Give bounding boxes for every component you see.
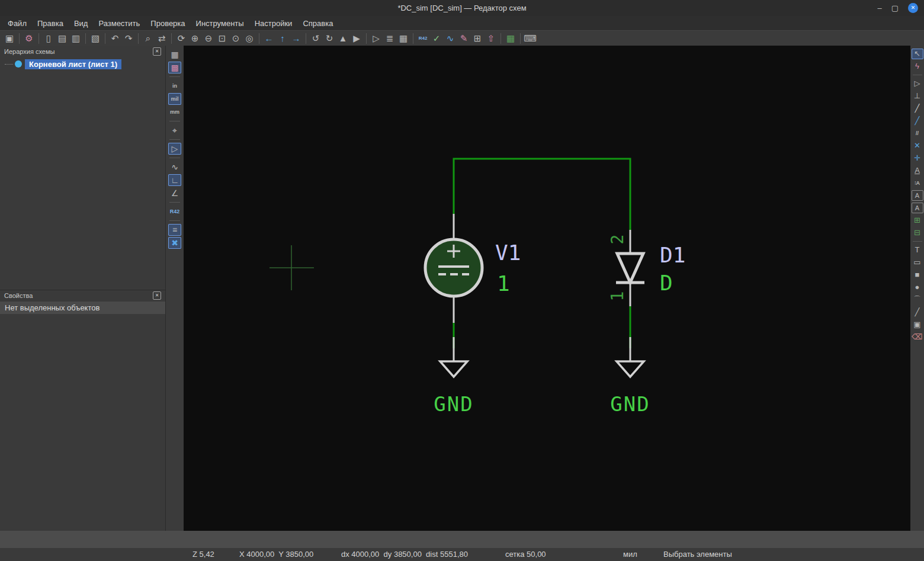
nav-up-button[interactable]: ↑	[276, 32, 289, 45]
gnd-symbol-right[interactable]: GND	[610, 337, 650, 416]
line-tool[interactable]: ╱	[912, 307, 923, 318]
units-mils-button[interactable]: mil	[168, 93, 181, 105]
footprint-editor-button[interactable]: ▦	[397, 32, 410, 45]
v1-reference[interactable]: V1	[495, 241, 521, 265]
hierarchical-label-tool[interactable]: A	[912, 203, 923, 213]
schematic-setup-button[interactable]: ⚙	[23, 32, 36, 45]
junction-tool[interactable]: ✛	[912, 153, 923, 164]
status-zoom: Z 5,42	[192, 550, 214, 559]
menu-file[interactable]: Файл	[2, 19, 32, 28]
zoom-selection-button[interactable]: ◎	[243, 32, 256, 45]
wire-tool[interactable]: ╱	[912, 103, 923, 114]
global-label-tool[interactable]: A	[912, 190, 923, 201]
zoom-objects-button[interactable]: ⊙	[229, 32, 242, 45]
gnd-right-label[interactable]: GND	[610, 392, 650, 416]
d1-value[interactable]: D	[660, 271, 673, 295]
print-button[interactable]: ▤	[56, 32, 69, 45]
hierarchy-close-icon[interactable]: ✕	[153, 47, 161, 56]
symbol-editor-button[interactable]: ▷	[370, 32, 383, 45]
cursor-shape-button[interactable]: ⌖	[168, 124, 181, 136]
component-v1[interactable]: V1 1	[425, 214, 521, 323]
sheet-tool[interactable]: ⊞	[912, 215, 923, 226]
zoom-in-button[interactable]: ⊕	[188, 32, 201, 45]
image-tool[interactable]: ▣	[912, 319, 923, 330]
d1-reference[interactable]: D1	[660, 243, 685, 267]
save-button[interactable]: ▣	[3, 32, 16, 45]
minimize-button[interactable]: –	[877, 3, 881, 13]
undo-button[interactable]: ↶	[108, 32, 121, 45]
sheet-pin-tool[interactable]: ⊟	[912, 227, 923, 238]
zoom-out-button[interactable]: ⊖	[202, 32, 215, 45]
plot-button[interactable]: ▥	[69, 32, 82, 45]
find-replace-button[interactable]: ⇄	[155, 32, 168, 45]
grid-override-button[interactable]: ▩	[168, 62, 181, 73]
find-button[interactable]: ⌕	[142, 32, 155, 45]
assign-footprints-button[interactable]: ✎	[457, 32, 470, 45]
menu-tools[interactable]: Инструменты	[191, 19, 249, 28]
grid-toggle-button[interactable]: ▦	[168, 49, 181, 60]
properties-panel-title: Свойства	[4, 292, 33, 299]
redo-button[interactable]: ↷	[122, 32, 135, 45]
menu-edit[interactable]: Правка	[32, 19, 69, 28]
units-inches-button[interactable]: in	[168, 80, 181, 92]
menu-view[interactable]: Вид	[69, 19, 94, 28]
root-sheet-label[interactable]: Корневой лист (лист 1)	[25, 59, 121, 69]
properties-close-icon[interactable]: ✕	[153, 291, 161, 300]
arc-tool[interactable]: ⌒	[912, 294, 923, 305]
auto-annotate-button[interactable]: R42	[168, 206, 181, 217]
symbol-fields-button[interactable]: ⊞	[471, 32, 484, 45]
nav-back-button[interactable]: ←	[262, 32, 275, 45]
menu-preferences[interactable]: Настройки	[249, 19, 298, 28]
delete-tool[interactable]: ⌫	[912, 332, 923, 342]
select-tool[interactable]: ↖	[912, 49, 923, 59]
library-browser-button[interactable]: ≣	[383, 32, 396, 45]
hidden-pins-button[interactable]: ▷	[168, 143, 181, 155]
schematic-canvas[interactable]: V1 1 2 1 D1 D GND	[184, 46, 910, 531]
zoom-fit-button[interactable]: ⊡	[216, 32, 229, 45]
circle-tool[interactable]: ●	[912, 282, 923, 293]
bus-tool[interactable]: ╱	[912, 116, 923, 126]
units-mm-button[interactable]: mm	[168, 106, 181, 118]
refresh-button[interactable]: ⟳	[175, 32, 188, 45]
paste-button[interactable]: ▧	[89, 32, 102, 45]
pcb-editor-button[interactable]: ▦	[504, 32, 517, 45]
net-label-tool[interactable]: A	[912, 165, 923, 176]
page-settings-button[interactable]: ▯	[42, 32, 55, 45]
text-tool[interactable]: T	[912, 245, 923, 255]
bom-button[interactable]: ⇧	[485, 32, 498, 45]
bus-entry-tool[interactable]: //	[912, 128, 923, 139]
search-panel-button[interactable]: ✖	[168, 237, 181, 249]
rotate-cw-button[interactable]: ↻	[323, 32, 336, 45]
close-button[interactable]: ✕	[908, 3, 918, 13]
place-power-tool[interactable]: ⊥	[912, 91, 923, 101]
erc-button[interactable]: ✓	[430, 32, 443, 45]
main-toolbar: ▣⚙▯▤▥▧↶↷⌕⇄⟳⊕⊖⊡⊙◎←↑→↺↻▲▶▷≣▦R42✓∿✎⊞⇧▦⌨	[0, 30, 924, 46]
console-button[interactable]: ⌨	[524, 32, 537, 45]
no-connect-tool[interactable]: ✕	[912, 140, 923, 151]
menu-place[interactable]: Разместить	[93, 19, 145, 28]
hierarchy-root-item[interactable]: Корневой лист (лист 1)	[0, 57, 165, 70]
mirror-horizontal-button[interactable]: ▶	[350, 32, 363, 45]
simulator-button[interactable]: ∿	[444, 32, 457, 45]
highlight-net-tool[interactable]: ϟ	[912, 61, 923, 72]
annotate-button[interactable]: R42	[416, 32, 429, 45]
textbox-tool[interactable]: ▭	[912, 257, 923, 268]
place-symbol-tool[interactable]: ▷	[912, 78, 923, 89]
wires-any-angle-button[interactable]: ∿	[168, 161, 181, 173]
nav-forward-button[interactable]: →	[290, 32, 303, 45]
wires-hv-button[interactable]: ∟	[168, 174, 181, 186]
rectangle-tool[interactable]: ■	[912, 270, 923, 280]
menu-inspect[interactable]: Проверка	[145, 19, 190, 28]
rotate-ccw-button[interactable]: ↺	[309, 32, 322, 45]
mirror-vertical-button[interactable]: ▲	[336, 32, 349, 45]
wires-45-button[interactable]: ∠	[168, 187, 181, 199]
wires[interactable]	[454, 159, 630, 348]
gnd-left-label[interactable]: GND	[434, 392, 473, 416]
component-d1[interactable]: 2 1 D1 D	[608, 230, 685, 306]
maximize-button[interactable]: ▢	[891, 3, 899, 13]
gnd-symbol-left[interactable]: GND	[434, 337, 473, 416]
netclass-directive-tool[interactable]: ∶A	[912, 178, 923, 188]
properties-panel-button[interactable]: ≡	[168, 224, 181, 236]
v1-value[interactable]: 1	[497, 271, 510, 296]
menu-help[interactable]: Справка	[297, 19, 338, 28]
